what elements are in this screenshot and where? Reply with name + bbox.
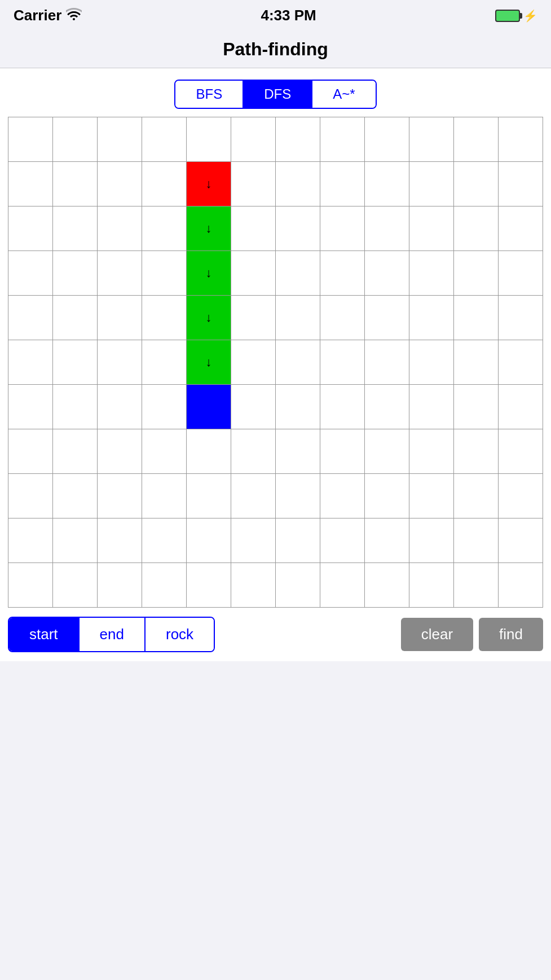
grid-cell[interactable] [454,429,499,474]
grid-cell[interactable] [142,518,187,563]
grid-cell[interactable] [98,251,142,296]
grid-cell[interactable] [365,162,409,206]
grid-cell[interactable] [320,518,365,563]
find-button[interactable]: find [479,618,543,651]
grid-cell[interactable] [365,518,409,563]
grid-cell[interactable] [8,563,53,608]
grid-cell[interactable] [276,474,320,518]
grid-cell[interactable] [409,162,454,206]
grid-cell[interactable] [276,385,320,429]
grid-cell[interactable] [320,117,365,162]
grid-cell[interactable] [320,385,365,429]
grid-cell[interactable] [320,296,365,340]
grid-cell[interactable]: ↓ [187,206,231,251]
grid-cell[interactable]: ↓ [187,251,231,296]
mode-rock-button[interactable]: rock [146,618,214,651]
grid-cell[interactable] [231,340,276,385]
grid-cell[interactable] [53,296,98,340]
grid-cell[interactable] [8,296,53,340]
grid-cell[interactable] [365,117,409,162]
grid-cell[interactable] [231,206,276,251]
grid-cell[interactable] [320,563,365,608]
grid-cell[interactable] [98,518,142,563]
grid-cell[interactable] [98,117,142,162]
grid-cell[interactable] [276,162,320,206]
grid-cell[interactable] [320,429,365,474]
grid-cell[interactable] [98,206,142,251]
grid-cell[interactable] [98,340,142,385]
grid-cell[interactable] [276,296,320,340]
grid-cell[interactable] [409,429,454,474]
grid-cell[interactable] [98,162,142,206]
grid-cell[interactable] [187,474,231,518]
grid-cell[interactable] [454,206,499,251]
grid-cell[interactable] [276,340,320,385]
tab-dfs[interactable]: DFS [244,81,312,108]
grid-cell[interactable] [98,474,142,518]
tab-astar[interactable]: A~* [312,81,375,108]
grid-cell[interactable] [98,296,142,340]
grid-cell[interactable] [276,251,320,296]
grid-cell[interactable] [142,563,187,608]
clear-button[interactable]: clear [401,618,473,651]
grid-cell[interactable] [142,296,187,340]
grid-cell[interactable] [8,340,53,385]
grid-cell[interactable] [499,340,543,385]
grid-cell[interactable] [499,162,543,206]
grid-cell[interactable] [142,340,187,385]
grid-cell[interactable] [365,251,409,296]
grid-cell[interactable] [409,563,454,608]
grid-cell[interactable] [53,518,98,563]
grid-cell[interactable] [8,251,53,296]
grid-cell[interactable] [499,474,543,518]
grid-cell[interactable] [53,206,98,251]
grid-cell[interactable] [231,429,276,474]
grid-cell[interactable] [320,474,365,518]
grid-cell[interactable] [454,385,499,429]
grid-cell[interactable] [231,296,276,340]
grid-cell[interactable] [454,162,499,206]
grid-cell[interactable] [53,162,98,206]
grid-cell[interactable] [53,340,98,385]
grid-cell[interactable] [276,117,320,162]
grid-cell[interactable] [53,117,98,162]
grid-cell[interactable] [499,563,543,608]
mode-end-button[interactable]: end [80,618,146,651]
grid-cell[interactable] [454,340,499,385]
grid-cell[interactable] [231,162,276,206]
grid-cell[interactable] [409,340,454,385]
grid-cell[interactable] [454,563,499,608]
grid-cell[interactable] [499,296,543,340]
grid-cell[interactable] [365,429,409,474]
grid-cell[interactable] [142,251,187,296]
grid-cell[interactable] [8,385,53,429]
grid-cell[interactable] [231,251,276,296]
grid-cell[interactable] [409,251,454,296]
tab-bfs[interactable]: BFS [175,81,244,108]
grid-cell[interactable] [320,251,365,296]
grid-cell[interactable] [409,296,454,340]
grid-cell[interactable] [98,563,142,608]
grid-cell[interactable] [142,117,187,162]
grid-cell[interactable] [276,429,320,474]
grid-cell[interactable]: ↓ [187,162,231,206]
grid-cell[interactable] [53,563,98,608]
grid-cell[interactable] [454,474,499,518]
grid-cell[interactable] [365,563,409,608]
grid-cell[interactable] [365,474,409,518]
grid-cell[interactable] [8,206,53,251]
grid-cell[interactable] [365,385,409,429]
grid-cell[interactable] [365,296,409,340]
grid-cell[interactable] [142,385,187,429]
grid-cell[interactable]: ↓ [187,296,231,340]
mode-start-button[interactable]: start [9,618,80,651]
grid-cell[interactable] [365,206,409,251]
grid-cell[interactable]: ↓ [187,340,231,385]
grid-cell[interactable] [187,117,231,162]
grid-cell[interactable] [8,117,53,162]
grid-cell[interactable] [142,206,187,251]
grid-cell[interactable] [409,518,454,563]
grid-cell[interactable] [320,340,365,385]
grid-cell[interactable] [409,117,454,162]
grid-cell[interactable] [98,385,142,429]
